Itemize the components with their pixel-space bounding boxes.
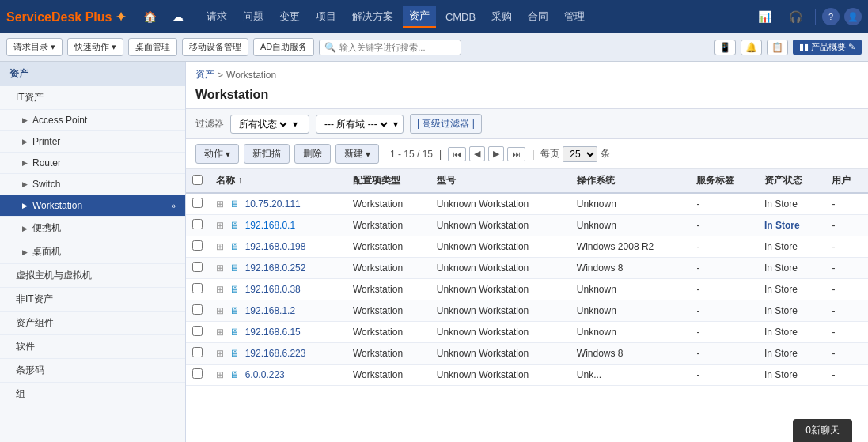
chat-bubble[interactable]: 0新聊天: [793, 419, 852, 442]
domain-filter-select[interactable]: --- 所有域 ---: [321, 118, 390, 130]
desktop-label: 桌面机: [32, 245, 61, 259]
last-page-btn[interactable]: ⏭: [507, 147, 525, 161]
sidebar-item-router[interactable]: ▶ Router: [0, 153, 185, 174]
prev-page-btn[interactable]: ◀: [469, 146, 485, 161]
asset-name-link[interactable]: 192.168.1.2: [245, 305, 295, 316]
first-page-btn[interactable]: ⏮: [448, 147, 466, 161]
help-icon[interactable]: ?: [822, 8, 840, 25]
status-filter[interactable]: 所有状态 ▾: [230, 115, 309, 134]
row-name-cell: ⊞ 🖥 192.168.0.38: [210, 279, 347, 300]
delete-btn[interactable]: 删除: [294, 144, 331, 164]
row-checkbox[interactable]: [192, 283, 203, 293]
row-checkbox[interactable]: [192, 368, 203, 379]
nav-solutions[interactable]: 解决方案: [346, 6, 400, 27]
row-checkbox[interactable]: [192, 198, 203, 208]
nav-requests[interactable]: 请求: [200, 6, 233, 27]
notification-icon-btn[interactable]: 🔔: [741, 40, 762, 55]
row-checkbox[interactable]: [192, 262, 203, 272]
asset-name-link[interactable]: 192.168.0.38: [245, 284, 301, 295]
table-header-row: 名称 ↑ 配置项类型 型号 操作系统 服务标签 资产状态 用户: [186, 169, 868, 193]
status-badge: In Store: [764, 263, 798, 274]
per-page-select[interactable]: 25: [563, 146, 597, 162]
nav-changes[interactable]: 变更: [273, 6, 306, 27]
sidebar-item-group[interactable]: 组: [0, 383, 185, 406]
row-checkbox[interactable]: [192, 326, 203, 336]
advanced-filter-btn[interactable]: | 高级过滤器 |: [410, 114, 482, 134]
new-scan-btn[interactable]: 新扫描: [244, 144, 290, 164]
nav-contracts[interactable]: 合同: [521, 6, 555, 27]
asset-name-link[interactable]: 192.168.6.15: [245, 327, 301, 338]
support-icon[interactable]: 🎧: [783, 7, 809, 26]
row-service-tag-cell: -: [690, 365, 758, 386]
cloud-icon[interactable]: ☁: [166, 7, 190, 26]
action-bar: 动作 ▾ 新扫描 删除 新建 ▾ 1 - 15 / 15 | ⏮ ◀ ▶ ⏭ |…: [186, 139, 868, 169]
user-icon[interactable]: 👤: [844, 8, 862, 25]
domain-filter[interactable]: --- 所有域 --- ▾: [316, 115, 404, 134]
app-logo[interactable]: ServiceDesk Plus ✦: [6, 9, 126, 25]
sidebar-item-it-assets[interactable]: IT资产: [0, 86, 185, 110]
action-dropdown-btn[interactable]: 动作 ▾: [195, 144, 239, 164]
asset-name-link[interactable]: 192.168.0.1: [245, 220, 295, 231]
row-checkbox[interactable]: [192, 304, 203, 315]
request-catalog-btn[interactable]: 请求目录 ▾: [6, 38, 63, 56]
home-icon[interactable]: 🏠: [137, 7, 163, 26]
nav-problems[interactable]: 问题: [237, 6, 270, 27]
asset-name-link[interactable]: 192.168.6.223: [245, 348, 306, 359]
row-user-cell: -: [825, 300, 868, 322]
asset-name-link[interactable]: 10.75.20.111: [245, 198, 301, 210]
sidebar-item-desktop[interactable]: ▶ 桌面机: [0, 240, 185, 264]
name-col-header[interactable]: 名称 ↑: [210, 169, 347, 193]
row-model-cell: Unknown Workstation: [430, 322, 570, 343]
table-row: ⊞ 🖥 192.168.6.223 Workstation Unknown Wo…: [186, 343, 868, 365]
sidebar-item-printer[interactable]: ▶ Printer: [0, 131, 185, 153]
row-type-cell: Workstation: [347, 215, 430, 236]
sidebar-item-barcode[interactable]: 条形码: [0, 359, 185, 383]
new-btn[interactable]: 新建 ▾: [335, 144, 379, 164]
sidebar-item-asset-components[interactable]: 资产组件: [0, 312, 185, 335]
mobile-mgmt-btn[interactable]: 移动设备管理: [182, 38, 248, 56]
row-status-cell: In Store: [758, 279, 826, 300]
nav-purchase[interactable]: 采购: [485, 6, 518, 27]
asset-name-link[interactable]: 192.168.0.198: [245, 241, 306, 252]
monitor-icon: 🖥: [229, 284, 239, 295]
sidebar-item-non-it[interactable]: 非IT资产: [0, 288, 185, 312]
filter-bar: 过滤器 所有状态 ▾ --- 所有域 --- ▾ | 高级过滤器 |: [186, 108, 868, 139]
row-status-cell: In Store: [758, 215, 826, 236]
status-filter-select[interactable]: 所有状态: [236, 118, 290, 130]
breadcrumb-parent[interactable]: 资产: [195, 68, 214, 81]
select-all-checkbox[interactable]: [192, 175, 203, 185]
product-overview-btn[interactable]: ▮▮ 产品概要 ✎: [793, 40, 862, 55]
sidebar-item-portable[interactable]: ▶ 便携机: [0, 217, 185, 240]
clipboard-icon-btn[interactable]: 📋: [767, 40, 788, 55]
sidebar-item-virtual[interactable]: 虚拟主机与虚拟机: [0, 264, 185, 288]
sidebar-header-assets[interactable]: 资产: [0, 62, 185, 86]
network-node-icon: ⊞: [216, 284, 224, 295]
nav-admin[interactable]: 管理: [558, 6, 591, 27]
row-status-cell: In Store: [758, 300, 826, 322]
reports-icon[interactable]: 📊: [752, 7, 778, 26]
row-checkbox[interactable]: [192, 240, 203, 251]
row-name-cell: ⊞ 🖥 192.168.0.1: [210, 215, 347, 236]
status-badge: In Store: [764, 305, 798, 316]
mobile-icon-btn[interactable]: 📱: [714, 40, 736, 55]
next-page-btn[interactable]: ▶: [488, 146, 504, 161]
row-user-cell: -: [825, 193, 868, 215]
row-checkbox[interactable]: [192, 347, 203, 357]
asset-name-link[interactable]: 6.0.0.223: [245, 369, 285, 380]
nav-assets[interactable]: 资产: [403, 6, 436, 28]
sidebar-item-access-point[interactable]: ▶ Access Point: [0, 110, 185, 131]
asset-name-link[interactable]: 192.168.0.252: [245, 263, 306, 274]
sidebar-item-switch[interactable]: ▶ Switch: [0, 174, 185, 195]
model-col-header: 型号: [430, 169, 570, 193]
nav-projects[interactable]: 项目: [309, 6, 343, 27]
search-box[interactable]: 🔍: [319, 40, 461, 55]
nav-cmdb[interactable]: CMDB: [439, 8, 482, 26]
sidebar-item-software[interactable]: 软件: [0, 335, 185, 359]
status-badge: In Store: [764, 348, 798, 359]
quick-actions-btn[interactable]: 快速动作 ▾: [67, 38, 123, 56]
row-checkbox[interactable]: [192, 219, 203, 229]
sidebar-item-workstation[interactable]: ▶ Workstation »: [0, 195, 185, 217]
desktop-mgmt-btn[interactable]: 桌面管理: [128, 38, 177, 56]
search-input[interactable]: [339, 43, 456, 52]
ad-self-service-btn[interactable]: AD自助服务: [253, 38, 314, 56]
